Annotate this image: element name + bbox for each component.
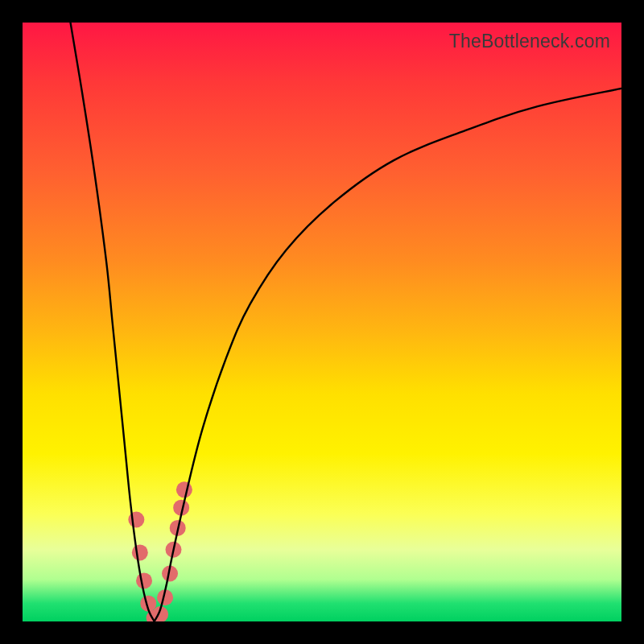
plot-area: TheBottleneck.com <box>23 23 621 621</box>
highlight-dot <box>128 512 144 528</box>
highlight-dot <box>176 481 192 497</box>
highlight-dot <box>136 572 152 588</box>
highlight-dot <box>132 544 148 560</box>
highlight-dot <box>170 520 186 536</box>
highlight-dot <box>147 610 163 621</box>
watermark-text: TheBottleneck.com <box>449 31 610 52</box>
highlight-dot <box>152 606 168 621</box>
highlight-dot <box>140 596 156 612</box>
highlight-dot <box>165 542 181 558</box>
curve-left <box>71 23 155 621</box>
curve-svg <box>23 23 621 621</box>
highlight-dot <box>162 565 178 581</box>
highlight-dot <box>173 500 189 516</box>
marker-layer <box>128 481 192 621</box>
curve-right <box>155 89 621 621</box>
highlight-dot <box>157 589 173 605</box>
chart-container: TheBottleneck.com <box>0 0 644 644</box>
